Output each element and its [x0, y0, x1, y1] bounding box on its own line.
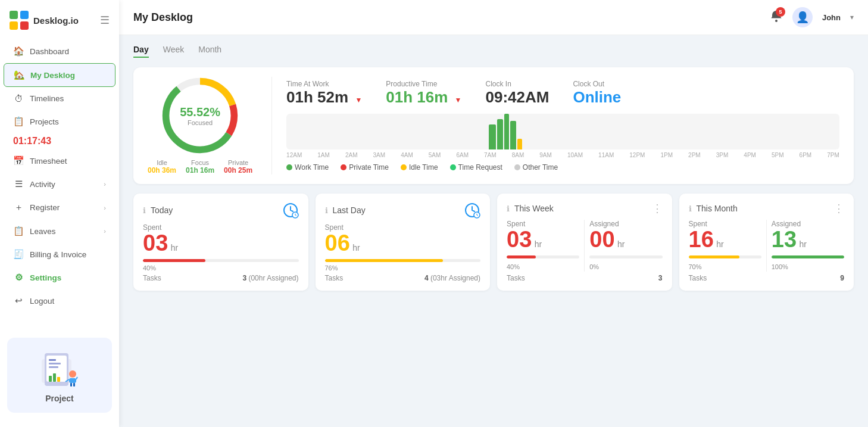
main-area: My Desklog 5 👤 John ▾ Day Week Month — [119, 0, 868, 427]
sidebar-item-projects-label: Projects — [30, 117, 59, 126]
tab-month[interactable]: Month — [198, 45, 221, 58]
topbar-right: 5 👤 John ▾ — [770, 7, 854, 27]
sidebar-item-activity[interactable]: ☰ Activity › — [4, 173, 115, 195]
timeline-legend: Work Time Private Time Idle Time Time Re… — [286, 163, 839, 172]
topbar: My Desklog 5 👤 John ▾ — [119, 0, 868, 35]
timeline-bar-3 — [504, 114, 509, 149]
today-info-icon[interactable]: ℹ — [143, 206, 146, 215]
this-week-spent-pct: 40% — [507, 263, 520, 270]
project-card-label: Project — [17, 394, 102, 403]
today-progress-pct: 40% — [143, 264, 156, 272]
sidebar-item-billing[interactable]: 🧾 Billing & Invoice — [4, 243, 115, 266]
timeline-bar-4 — [510, 121, 516, 149]
timeline-bars-empty-left — [289, 114, 489, 149]
this-month-more-icon[interactable]: ⋮ — [833, 202, 844, 215]
private-time-label: Private Time — [349, 163, 389, 172]
notification-badge: 5 — [776, 7, 785, 17]
sidebar-item-logout[interactable]: ↩ Logout — [4, 289, 115, 312]
svg-rect-1 — [20, 11, 29, 19]
sidebar-item-register[interactable]: ＋ Register › — [4, 196, 115, 219]
notifications-button[interactable]: 5 — [770, 10, 783, 25]
this-week-spent-fill — [507, 255, 536, 258]
dashboard-icon: 🏠 — [13, 46, 24, 57]
period-tabs: Day Week Month — [133, 45, 854, 58]
this-month-assigned-pct: 100% — [772, 263, 788, 270]
clock-out-value: Online — [573, 88, 621, 107]
sidebar: Desklog.io ☰ 🏠 Dashboard 🏡 My Desklog ⏱ … — [0, 0, 119, 427]
legend-idle-time: Idle Time — [401, 163, 438, 172]
today-tasks-val: 3 (00hr Assigned) — [242, 274, 298, 282]
svg-rect-3 — [20, 21, 29, 30]
today-clock-icon — [282, 202, 299, 219]
last-day-info-icon[interactable]: ℹ — [325, 206, 328, 215]
this-week-assigned-progress — [589, 255, 662, 258]
this-week-info-icon[interactable]: ℹ — [507, 204, 510, 213]
svg-point-19 — [775, 20, 778, 22]
this-week-more-icon[interactable]: ⋮ — [652, 202, 663, 215]
today-progress-fill — [143, 259, 205, 262]
this-month-tasks-val: 9 — [840, 274, 844, 282]
cards-row: ℹ Today Spent 03 hr — [133, 194, 854, 291]
donut-sub-label: Focused — [180, 119, 220, 126]
this-week-card: ℹ This Week ⋮ Spent 03 hr 40% — [497, 194, 672, 291]
sidebar-item-activity-label: Activity — [30, 180, 55, 189]
this-month-spent-pct: 70% — [689, 263, 702, 270]
sidebar-item-settings-label: Settings — [30, 273, 61, 282]
logo-icon — [10, 11, 29, 30]
this-month-card-header: ℹ This Month ⋮ — [689, 202, 845, 215]
legend-time-request: Time Request — [450, 163, 502, 172]
today-spent-value: 03 hr — [143, 232, 299, 254]
sidebar-project-card[interactable]: Project — [7, 338, 112, 413]
svg-rect-15 — [70, 383, 72, 387]
project-card-image — [36, 347, 83, 389]
this-week-spent-half: Spent 03 hr 40% — [507, 220, 585, 272]
time-request-dot — [450, 164, 456, 170]
logout-icon: ↩ — [13, 295, 24, 306]
last-day-tasks-label: Tasks — [325, 274, 344, 282]
sidebar-timer: 01:17:43 — [4, 133, 115, 149]
sidebar-item-settings[interactable]: ⚙ Settings — [4, 266, 115, 289]
user-name: John — [822, 13, 841, 22]
user-avatar: 👤 — [792, 7, 813, 27]
sidebar-item-my-desklog[interactable]: 🏡 My Desklog — [4, 63, 115, 87]
this-month-two-col: Spent 16 hr 70% Assigned 13 — [689, 220, 845, 272]
this-month-assigned-progress — [772, 255, 844, 258]
page-title: My Desklog — [133, 11, 760, 24]
today-card: ℹ Today Spent 03 hr — [133, 194, 308, 291]
svg-rect-8 — [49, 363, 61, 364]
svg-rect-14 — [69, 378, 76, 383]
svg-rect-16 — [73, 383, 75, 387]
tab-day[interactable]: Day — [133, 45, 149, 58]
user-dropdown-icon[interactable]: ▾ — [850, 13, 854, 21]
timesheet-icon: 📅 — [13, 155, 24, 166]
last-day-progress-pct: 76% — [325, 264, 338, 272]
svg-rect-2 — [10, 21, 18, 30]
tab-week[interactable]: Week — [163, 45, 185, 58]
this-month-assigned-fill — [772, 255, 844, 258]
sidebar-item-timesheet[interactable]: 📅 Timesheet — [4, 149, 115, 172]
this-month-card: ℹ This Month ⋮ Spent 16 hr 70% — [679, 194, 854, 291]
sidebar-item-leaves[interactable]: 📋 Leaves › — [4, 220, 115, 242]
projects-icon: 📋 — [13, 116, 24, 127]
sidebar-item-leaves-label: Leaves — [30, 227, 56, 236]
svg-rect-9 — [49, 366, 58, 368]
hamburger-icon[interactable]: ☰ — [100, 14, 110, 27]
donut-legend: Idle 00h 36m Focus 01h 16m Private 00h 2… — [148, 159, 252, 174]
svg-rect-12 — [57, 377, 60, 382]
other-time-label: Other Time — [523, 163, 558, 172]
main-content: Day Week Month — [119, 35, 868, 427]
sidebar-item-projects[interactable]: 📋 Projects — [4, 110, 115, 133]
sidebar-item-billing-label: Billing & Invoice — [30, 250, 86, 259]
sidebar-item-dashboard[interactable]: 🏠 Dashboard — [4, 40, 115, 63]
this-month-spent-half: Spent 16 hr 70% — [689, 220, 767, 272]
donut-center: 55.52% Focused — [180, 105, 220, 126]
legend-work-time: Work Time — [286, 163, 329, 172]
time-at-work-value: 01h 52m ▼ — [286, 88, 362, 107]
last-day-card: ℹ Last Day Spent 06 hr — [316, 194, 491, 291]
this-week-tasks-val: 3 — [658, 274, 663, 282]
sidebar-item-timelines[interactable]: ⏱ Timelines — [4, 88, 115, 110]
this-month-info-icon[interactable]: ℹ — [689, 204, 692, 213]
this-month-card-title: This Month — [697, 204, 738, 213]
stats-row: 55.52% Focused Idle 00h 36m Focus 01h 16… — [133, 67, 854, 184]
today-tasks-row: Tasks 3 (00hr Assigned) — [143, 274, 299, 282]
